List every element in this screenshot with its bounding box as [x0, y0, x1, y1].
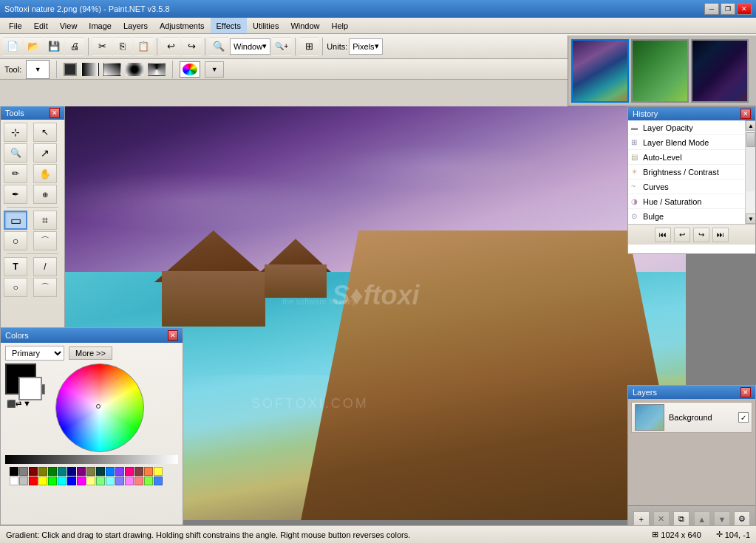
palette-lightmagenta[interactable] — [125, 477, 134, 485]
zoom-out-button[interactable]: 🔍 — [209, 37, 228, 56]
tool-pencil[interactable]: ✏ — [4, 164, 27, 183]
palette-chartreuse[interactable] — [144, 477, 153, 485]
tool-clone[interactable]: ⊕ — [33, 185, 57, 204]
history-first-button[interactable]: ⏮ — [655, 228, 671, 242]
tool-fill[interactable]: ○ — [4, 278, 27, 297]
restore-button[interactable]: ❐ — [721, 3, 735, 15]
history-last-button[interactable]: ⏭ — [712, 228, 729, 242]
thumbnail-1[interactable] — [571, 39, 629, 103]
layer-visibility-check[interactable]: ✓ — [738, 412, 749, 423]
palette-skyblue[interactable] — [106, 467, 115, 476]
cut-button[interactable]: ✂ — [92, 37, 112, 56]
palette-lightsalmon[interactable] — [134, 477, 143, 485]
tool-text[interactable]: T — [4, 257, 27, 276]
tool-zoom[interactable]: 🔍 — [4, 143, 27, 163]
tool-pan[interactable]: ↗ — [33, 143, 57, 163]
minimize-button[interactable]: ─ — [704, 3, 719, 15]
menu-help[interactable]: Help — [326, 18, 355, 33]
brush-option-4[interactable] — [126, 63, 143, 76]
palette-orange[interactable] — [144, 467, 153, 476]
window-dropdown[interactable]: Window ▾ — [230, 38, 270, 55]
history-item-auto-level[interactable]: ▤ Auto-Level — [628, 150, 745, 165]
menu-file[interactable]: File — [3, 18, 28, 33]
close-button[interactable]: ✕ — [737, 3, 752, 15]
scroll-down-button[interactable]: ▼ — [746, 214, 755, 224]
palette-lightblue[interactable] — [115, 477, 124, 485]
copy-button[interactable]: ⎘ — [113, 37, 132, 56]
redo-button[interactable]: ↪ — [182, 37, 201, 56]
history-undo-button[interactable]: ↩ — [674, 228, 690, 242]
history-item-curves[interactable]: ~ Curves — [628, 180, 745, 194]
color-mode-select[interactable]: Primary Secondary — [5, 346, 64, 361]
swap-arrow[interactable]: ▼ — [23, 399, 32, 408]
palette-lime[interactable] — [48, 477, 57, 485]
layer-properties-button[interactable]: ⚙ — [734, 511, 750, 526]
zoom-in-button[interactable]: 🔍+ — [272, 37, 291, 56]
save-button[interactable]: 💾 — [44, 37, 64, 56]
color-wheel[interactable] — [55, 363, 144, 452]
secondary-color-swatch[interactable] — [18, 377, 42, 400]
history-item-blend-mode[interactable]: ⊞ Layer Blend Mode — [628, 135, 745, 150]
palette-darkteal[interactable] — [96, 467, 105, 476]
menu-effects[interactable]: Effects — [211, 18, 247, 33]
tool-selection[interactable]: ⊹ — [4, 123, 27, 142]
brush-option-2[interactable] — [81, 63, 99, 76]
color-picker-button[interactable] — [180, 61, 200, 78]
print-button[interactable]: 🖨 — [65, 37, 84, 56]
tool-line[interactable]: / — [33, 257, 57, 276]
palette-gray[interactable] — [19, 467, 28, 476]
tool-freeform[interactable]: ⌗ — [33, 211, 57, 230]
palette-olive[interactable] — [38, 467, 47, 476]
tool-ellipse[interactable]: ○ — [4, 231, 27, 250]
layers-close-button[interactable]: ✕ — [740, 387, 751, 397]
palette-violet[interactable] — [115, 467, 124, 476]
palette-blue[interactable] — [67, 477, 76, 485]
palette-teal[interactable] — [58, 467, 67, 476]
menu-utilities[interactable]: Utilities — [247, 18, 285, 33]
colors-more-button[interactable]: More >> — [69, 346, 112, 360]
history-item-layer-opacity[interactable]: ▬ Layer Opacity — [628, 120, 745, 135]
layer-down-button[interactable]: ▼ — [714, 511, 730, 526]
palette-lightcyan[interactable] — [106, 477, 115, 485]
palette-white[interactable] — [10, 477, 18, 485]
brightness-slider[interactable] — [5, 455, 178, 464]
tool-rectangle[interactable]: ▭ — [4, 211, 27, 230]
history-item-brightness[interactable]: ☀ Brightness / Contrast — [628, 165, 745, 180]
layer-up-button[interactable]: ▲ — [694, 511, 710, 526]
tool-brush[interactable]: ✒ — [4, 185, 27, 204]
palette-silver[interactable] — [19, 477, 28, 485]
palette-darkyellow[interactable] — [86, 467, 95, 476]
switch-colors-icon[interactable]: ⇄ — [16, 400, 21, 408]
menu-layers[interactable]: Layers — [118, 18, 154, 33]
palette-black[interactable] — [10, 467, 18, 476]
layer-item-background[interactable]: Background ✓ — [631, 402, 752, 433]
brush-option-5[interactable] — [148, 63, 166, 76]
history-close-button[interactable]: ✕ — [740, 109, 751, 119]
history-item-hue[interactable]: ◑ Hue / Saturation — [628, 194, 745, 209]
tool-hand[interactable]: ✋ — [33, 164, 57, 183]
palette-maroon[interactable] — [29, 467, 38, 476]
brush-option-3[interactable] — [103, 63, 121, 76]
menu-adjustments[interactable]: Adjustments — [154, 18, 211, 33]
palette-green[interactable] — [48, 467, 57, 476]
layer-duplicate-button[interactable]: ⧉ — [673, 511, 689, 526]
open-button[interactable]: 📂 — [24, 37, 43, 56]
brush-option-1[interactable] — [64, 63, 77, 76]
palette-navy[interactable] — [67, 467, 76, 476]
layer-delete-button[interactable]: ✕ — [653, 511, 670, 526]
thumbnail-2[interactable] — [631, 39, 689, 103]
thumbnail-3[interactable] — [691, 39, 749, 103]
scroll-up-button[interactable]: ▲ — [746, 120, 755, 131]
palette-darkred[interactable] — [134, 467, 143, 476]
palette-hotpink[interactable] — [125, 467, 134, 476]
tool-move[interactable]: ↖ — [33, 123, 57, 142]
undo-button[interactable]: ↩ — [161, 37, 180, 56]
reset-colors-button[interactable]: ⬛ — [7, 400, 16, 408]
palette-lightgreen[interactable] — [96, 477, 105, 485]
history-scrollbar[interactable]: ▲ ▼ — [745, 120, 755, 224]
tool-selector[interactable]: ▼ — [26, 60, 50, 79]
colors-close-button[interactable]: ✕ — [168, 330, 178, 341]
paste-button[interactable]: 📋 — [134, 37, 153, 56]
palette-lightyellow[interactable] — [86, 477, 95, 485]
opacity-button[interactable]: ▼ — [205, 61, 224, 78]
